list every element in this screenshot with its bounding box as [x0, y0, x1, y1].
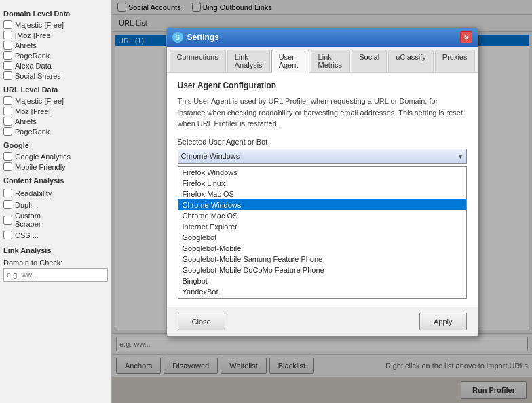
sidebar-item-readability[interactable]: Readability	[3, 189, 58, 197]
sidebar-item-mobile-friendly[interactable]: Mobile Friendly	[3, 162, 108, 171]
google-analytics-checkbox[interactable]	[3, 152, 12, 161]
user-agent-section-title: User Agent Configuration	[178, 81, 467, 90]
user-agent-dropdown-wrapper: Firefox WindowsFirefox LinuxFirefox Mac …	[178, 149, 467, 164]
user-agent-select[interactable]: Firefox WindowsFirefox LinuxFirefox Mac …	[178, 149, 467, 164]
domain-input[interactable]	[3, 268, 108, 282]
tab-user-agent[interactable]: User Agent	[271, 50, 309, 73]
sidebar-item-dupli[interactable]: Dupli...	[3, 200, 58, 209]
list-item[interactable]: Googlebot-Mobile Samung Feature Phone	[178, 254, 466, 265]
list-item[interactable]: Firefox Mac OS	[178, 189, 466, 199]
list-item[interactable]: Googlebot-Mobile DoCoMo Feature Phone	[178, 265, 466, 275]
dialog-title: Settings	[187, 33, 219, 42]
tab-uclassify[interactable]: uClassify	[388, 50, 434, 72]
domain-section-label: Domain Level Data	[3, 9, 108, 18]
ahrefs-url-checkbox[interactable]	[3, 117, 12, 126]
close-button[interactable]: Close	[178, 313, 225, 330]
sidebar-item-moz-url[interactable]: Moz [Free]	[3, 107, 108, 115]
sidebar-item-social-shares[interactable]: Social Shares	[3, 71, 108, 80]
settings-icon: S	[172, 32, 183, 43]
dialog-body: User Agent Configuration This User Agent…	[167, 73, 478, 307]
list-item[interactable]: Firefox Windows	[178, 167, 466, 178]
settings-dialog: S Settings ✕ Connections Link Analysis U…	[166, 27, 478, 337]
css-checkbox[interactable]	[3, 231, 12, 239]
sidebar-item-majestic-domain[interactable]: Majestic [Free]	[3, 20, 108, 29]
apply-button[interactable]: Apply	[419, 313, 467, 330]
mobile-friendly-checkbox[interactable]	[3, 162, 12, 171]
sidebar-item-ahrefs-domain[interactable]: Ahrefs	[3, 41, 108, 50]
tab-link-analysis[interactable]: Link Analysis	[227, 50, 270, 72]
sidebar-item-pagerank-domain[interactable]: PageRank	[3, 51, 108, 60]
field-label: Selected User Agent or Bot	[178, 138, 467, 146]
list-item[interactable]: Chrome Mac OS	[178, 210, 466, 221]
list-item[interactable]: Firefox Linux	[178, 178, 466, 189]
domain-to-check-label: Domain to Check:	[3, 258, 108, 267]
list-item[interactable]: Internet Explorer	[178, 221, 466, 232]
user-agent-listbox[interactable]: Firefox WindowsFirefox LinuxFirefox Mac …	[178, 166, 467, 299]
sidebar-item-css[interactable]: CSS ...	[3, 231, 58, 239]
tab-proxies[interactable]: Proxies	[435, 50, 475, 72]
list-item[interactable]: Googlebot-Mobile	[178, 243, 466, 254]
list-item[interactable]: Baiduspider	[178, 297, 466, 299]
list-item[interactable]: YandexBot	[178, 286, 466, 297]
modal-overlay: S Settings ✕ Connections Link Analysis U…	[112, 0, 532, 403]
sidebar-item-google-analytics[interactable]: Google Analytics	[3, 152, 108, 161]
dialog-close-button[interactable]: ✕	[460, 31, 472, 43]
sidebar-item-ahrefs-url[interactable]: Ahrefs	[3, 117, 108, 126]
tab-connections[interactable]: Connections	[170, 50, 226, 72]
url-section-label: URL Level Data	[3, 85, 108, 94]
custom-scraper-checkbox[interactable]	[3, 216, 12, 225]
dialog-tabs: Connections Link Analysis User Agent Lin…	[167, 47, 478, 73]
tab-link-metrics[interactable]: Link Metrics	[311, 50, 351, 72]
sidebar: Domain Level Data Majestic [Free] [Moz […	[0, 0, 112, 403]
content-section-label: Content Analysis	[3, 176, 108, 185]
google-section-label: Google	[3, 141, 108, 149]
readability-checkbox[interactable]	[3, 189, 12, 197]
sidebar-item-alexa[interactable]: Alexa Data	[3, 61, 108, 70]
dialog-titlebar: S Settings ✕	[167, 28, 478, 47]
sidebar-item-pagerank-url[interactable]: PageRank	[3, 127, 108, 136]
moz-domain-checkbox[interactable]	[3, 31, 12, 39]
majestic-domain-checkbox[interactable]	[3, 20, 12, 29]
link-section-label: Link Analysis	[3, 246, 108, 254]
dialog-title-left: S Settings	[172, 32, 219, 43]
list-item[interactable]: Googlebot	[178, 232, 466, 243]
social-shares-checkbox[interactable]	[3, 71, 12, 80]
moz-url-checkbox[interactable]	[3, 107, 12, 115]
dupli-checkbox[interactable]	[3, 200, 12, 209]
sidebar-item-moz-domain[interactable]: [Moz [Free	[3, 31, 108, 39]
pagerank-domain-checkbox[interactable]	[3, 51, 12, 60]
list-item[interactable]: Bingbot	[178, 275, 466, 286]
pagerank-url-checkbox[interactable]	[3, 127, 12, 136]
tab-social[interactable]: Social	[352, 50, 387, 72]
user-agent-description: This User Agent is used by URL Profiler …	[178, 96, 467, 130]
right-area: Social Accounts Bing Outbound Links URL …	[112, 0, 532, 403]
ahrefs-domain-checkbox[interactable]	[3, 41, 12, 50]
dialog-footer: Close Apply	[167, 307, 478, 336]
alexa-checkbox[interactable]	[3, 61, 12, 70]
majestic-url-checkbox[interactable]	[3, 96, 12, 105]
sidebar-item-custom-scraper[interactable]: Custom Scraper	[3, 212, 58, 228]
sidebar-item-majestic-url[interactable]: Majestic [Free]	[3, 96, 108, 105]
list-item[interactable]: Chrome Windows	[178, 199, 466, 210]
